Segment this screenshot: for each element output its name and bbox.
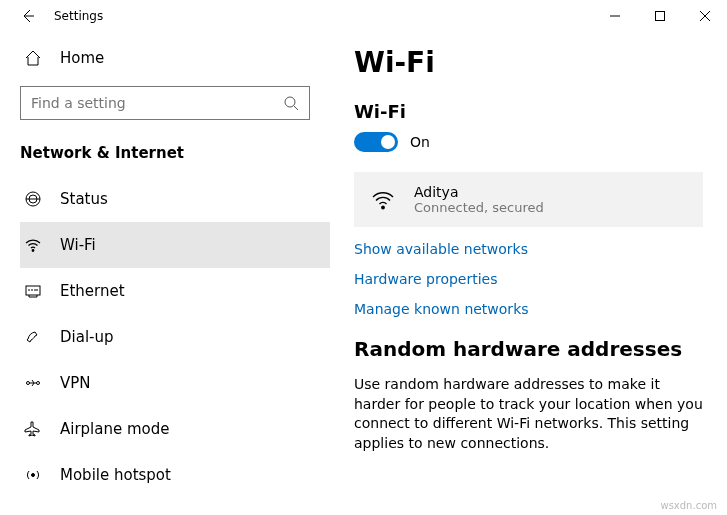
home-icon xyxy=(24,49,42,67)
status-icon xyxy=(24,190,42,208)
random-hw-heading: Random hardware addresses xyxy=(354,337,703,361)
titlebar: Settings xyxy=(0,0,727,32)
sidebar-section-header: Network & Internet xyxy=(20,144,330,162)
search-box[interactable] xyxy=(20,86,310,120)
search-input[interactable] xyxy=(31,95,283,111)
maximize-button[interactable] xyxy=(637,0,682,32)
svg-point-7 xyxy=(32,474,35,477)
nav-item-dialup[interactable]: Dial-up xyxy=(20,314,330,360)
wifi-toggle-label: On xyxy=(410,134,430,150)
svg-point-6 xyxy=(37,382,40,385)
wifi-status: Connected, secured xyxy=(414,200,544,215)
nav-item-airplane[interactable]: Airplane mode xyxy=(20,406,330,452)
svg-rect-4 xyxy=(26,286,40,295)
page-title: Wi-Fi xyxy=(354,46,703,79)
nav-label: Status xyxy=(60,190,108,208)
vpn-icon xyxy=(24,374,42,392)
nav-item-status[interactable]: Status xyxy=(20,176,330,222)
home-nav[interactable]: Home xyxy=(20,38,330,78)
sidebar: Home Network & Internet Status xyxy=(0,32,330,515)
nav-label: Wi-Fi xyxy=(60,236,96,254)
wifi-ssid: Aditya xyxy=(414,184,544,200)
close-button[interactable] xyxy=(682,0,727,32)
wifi-toggle[interactable] xyxy=(354,132,398,152)
window-controls xyxy=(592,0,727,32)
minimize-button[interactable] xyxy=(592,0,637,32)
nav-label: VPN xyxy=(60,374,91,392)
wifi-subheading: Wi-Fi xyxy=(354,101,703,122)
dialup-icon xyxy=(24,328,42,346)
back-button[interactable] xyxy=(8,0,48,32)
nav-item-vpn[interactable]: VPN xyxy=(20,360,330,406)
airplane-icon xyxy=(24,420,42,438)
nav-item-wifi[interactable]: Wi-Fi xyxy=(20,222,330,268)
window-title: Settings xyxy=(48,9,103,23)
nav-item-ethernet[interactable]: Ethernet xyxy=(20,268,330,314)
maximize-icon xyxy=(655,11,665,21)
nav-label: Ethernet xyxy=(60,282,125,300)
close-icon xyxy=(700,11,710,21)
ethernet-icon xyxy=(24,282,42,300)
content: Home Network & Internet Status xyxy=(0,32,727,515)
wifi-connection-info: Aditya Connected, secured xyxy=(414,184,544,215)
search-icon xyxy=(283,95,299,111)
main-panel: Wi-Fi Wi-Fi On Aditya Connected, secured… xyxy=(330,32,727,515)
nav-label: Airplane mode xyxy=(60,420,170,438)
wifi-signal-icon xyxy=(370,187,396,213)
wifi-toggle-row: On xyxy=(354,132,703,152)
link-hardware-properties[interactable]: Hardware properties xyxy=(354,271,703,287)
svg-rect-0 xyxy=(655,12,664,21)
random-hw-description: Use random hardware addresses to make it… xyxy=(354,375,703,453)
nav-label: Dial-up xyxy=(60,328,114,346)
home-label: Home xyxy=(60,49,104,67)
minimize-icon xyxy=(610,11,620,21)
svg-point-3 xyxy=(32,250,34,252)
nav-list: Status Wi-Fi Ethernet xyxy=(20,176,330,498)
svg-point-1 xyxy=(285,97,295,107)
svg-point-8 xyxy=(382,206,384,208)
nav-label: Mobile hotspot xyxy=(60,466,171,484)
link-show-available[interactable]: Show available networks xyxy=(354,241,703,257)
watermark: wsxdn.com xyxy=(660,500,717,511)
arrow-left-icon xyxy=(20,8,36,24)
svg-point-5 xyxy=(27,382,30,385)
link-manage-known[interactable]: Manage known networks xyxy=(354,301,703,317)
wifi-connection-card[interactable]: Aditya Connected, secured xyxy=(354,172,703,227)
wifi-icon xyxy=(24,236,42,254)
hotspot-icon xyxy=(24,466,42,484)
nav-item-hotspot[interactable]: Mobile hotspot xyxy=(20,452,330,498)
